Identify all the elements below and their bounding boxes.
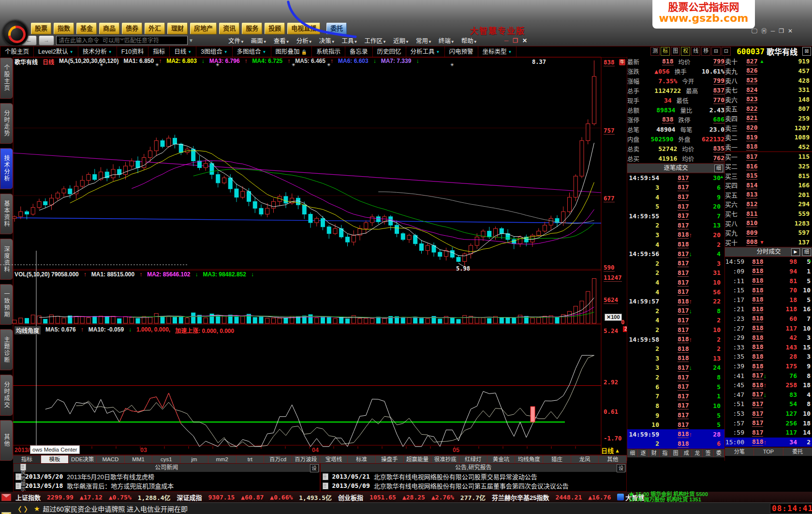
tick-row[interactable]: 281710 — [627, 325, 724, 335]
time-sale-row[interactable]: 14:59818985 — [725, 257, 812, 267]
time-sale-row[interactable]: :17818185 — [725, 295, 812, 304]
indicator-tab-指标[interactable]: 指标 — [13, 455, 41, 464]
mini-tool-⊡[interactable]: ⊡ — [722, 47, 731, 56]
tick-row[interactable]: 3818↑20 — [627, 230, 724, 240]
indicator-tab-DDE决策[interactable]: DDE决策 — [69, 455, 97, 464]
time-sale-row[interactable]: :5981711714 — [725, 428, 812, 438]
time-sale-row[interactable]: :41817↓768 — [725, 371, 812, 380]
restore-icon[interactable]: ❐ — [779, 28, 784, 34]
indicator-tab-cys1[interactable]: cys1 — [152, 455, 180, 464]
time-sale-row[interactable]: 15:00818↑342 — [725, 438, 812, 447]
tick-row[interactable]: 14:59:57818↑22 — [627, 297, 724, 306]
time-sale-row[interactable]: :51817548 — [725, 399, 812, 409]
time-sale-row[interactable]: :3381814315 — [725, 342, 812, 352]
mini-tool-⊟[interactable]: ⊟ — [711, 47, 721, 56]
help-icon[interactable]: Ⓗ — [761, 27, 767, 35]
time-sale-row[interactable]: :11818815 — [725, 276, 812, 286]
tick-row[interactable]: 381813 — [627, 354, 724, 363]
settings-button[interactable]: 设 — [617, 464, 625, 472]
tick-row[interactable]: 481710 — [627, 278, 724, 287]
mini-tool-线[interactable]: 线 — [691, 47, 700, 56]
indicator-tab-猎庄[interactable]: 猎庄 — [543, 455, 571, 464]
tick-row[interactable]: 481756 — [627, 287, 724, 297]
tick-row[interactable]: 14:59:558177 — [627, 211, 724, 221]
tick-row[interactable]: 28186 — [627, 439, 724, 449]
time-sale-row[interactable]: :35818283 — [725, 352, 812, 362]
time-sale-row[interactable]: :47817↓834 — [725, 390, 812, 400]
panel-tab-委[interactable]: 委 — [714, 449, 724, 457]
tick-row[interactable]: 28182 — [627, 344, 724, 354]
panel-tab-成[interactable]: 成 — [681, 449, 692, 457]
time-sale-row[interactable]: :5381712710 — [725, 409, 812, 419]
tick-row[interactable]: 68175 — [627, 382, 724, 392]
indicator-tab-标准[interactable]: 标准 — [348, 455, 376, 464]
settings-button[interactable]: 设 — [310, 464, 319, 472]
time-sale-row[interactable]: :45818↑25818 — [725, 380, 812, 390]
time-sale-row[interactable]: :09818941 — [725, 267, 812, 276]
indicator-tab-模板[interactable]: 模板 — [41, 455, 69, 464]
panel-tab-龙[interactable]: 龙 — [692, 449, 703, 457]
tick-row[interactable]: 28173 — [627, 258, 724, 268]
indicator-tab-很准抄底[interactable]: 很准抄底 — [431, 455, 459, 464]
indicator-tab-jm[interactable]: jm — [180, 455, 208, 464]
tick-row[interactable]: 14:59:5481730 — [627, 173, 724, 183]
indicator-tab-MM1[interactable]: MM1 — [125, 455, 153, 464]
indicator-tab-trt[interactable]: trt — [236, 455, 265, 464]
tick-row[interactable]: 2817↓8 — [627, 306, 724, 316]
tick-row[interactable]: 48179 — [627, 192, 724, 202]
indicator-tab-超赢能量[interactable]: 超赢能量 — [404, 455, 432, 464]
close-icon[interactable]: ✕ — [788, 28, 793, 34]
tick-row[interactable]: 881710 — [627, 401, 724, 411]
mini-tool-测[interactable]: 测 — [650, 47, 660, 56]
tick-row[interactable]: 48172 — [627, 316, 724, 325]
panel-close-icon[interactable]: ⊠ — [802, 47, 811, 56]
tick-row[interactable]: 581720 — [627, 202, 724, 212]
time-sale-row[interactable]: :23818607 — [725, 314, 812, 324]
news-row[interactable]: 2013/05/18歌华飙涨背后：地方或兜底机顶盒成本 — [14, 481, 320, 490]
indicator-tab-均线角度[interactable]: 均线角度 — [515, 455, 543, 464]
mini-tool-图[interactable]: 图 — [671, 47, 680, 56]
news-row[interactable]: 2013/05/09北京歌华有线电视网络股份有限公司第五届董事会第四次会议决议公… — [321, 481, 627, 490]
indicator-tab-其他[interactable]: 其他 — [599, 455, 627, 464]
time-sale-row[interactable]: :29818423 — [725, 333, 812, 343]
indicator-tab-MACD[interactable]: MACD — [97, 455, 125, 464]
mini-tool-权[interactable]: 权 — [681, 47, 690, 56]
mail-icon[interactable] — [1, 512, 11, 514]
indicator-tab-龙凤[interactable]: 龙凤 — [571, 455, 599, 464]
tick-row[interactable]: 14:59:58818↑2 — [627, 334, 724, 344]
message-icon[interactable] — [1, 494, 11, 501]
ticker-next-icon[interactable]: 〉 — [24, 504, 31, 514]
panel-tab-逐[interactable]: 逐 — [638, 449, 649, 457]
tick-row[interactable]: 78171 — [627, 392, 724, 401]
monitor-icon[interactable]: 🖵 — [752, 28, 757, 34]
time-sale-row[interactable]: :2781811710 — [725, 323, 812, 333]
indicator-tab-黄金坑[interactable]: 黄金坑 — [487, 455, 516, 464]
panel-tab-委托[interactable]: 委托 — [783, 448, 812, 456]
tick-row[interactable]: 48182 — [627, 240, 724, 249]
tick-row[interactable]: 281731 — [627, 268, 724, 278]
tick-row[interactable]: 14:59:59818↑28 — [627, 429, 724, 439]
panel-tab-签[interactable]: 签 — [703, 449, 713, 457]
detail-button[interactable]: 细 — [802, 248, 811, 256]
detail-button[interactable]: 细 — [714, 165, 723, 172]
expand-right-icon[interactable]: ▶ — [791, 248, 800, 256]
tick-row[interactable]: 38176 — [627, 183, 724, 193]
indicator-tab-mm2[interactable]: mm2 — [208, 455, 236, 464]
candlestick-chart[interactable] — [0, 0, 627, 514]
time-sale-row[interactable]: :398181759 — [725, 362, 812, 371]
minimize-icon[interactable]: ─ — [771, 28, 775, 34]
time-sale-row[interactable]: :2181811816 — [725, 304, 812, 314]
panel-tab-细[interactable]: 细 — [627, 449, 638, 457]
time-sale-row[interactable]: :158187010 — [725, 286, 812, 295]
panel-tab-分笔[interactable]: 分笔 — [725, 448, 754, 456]
indicator-tab-操盘手[interactable]: 操盘手 — [376, 455, 404, 464]
tick-row[interactable]: 3817↓24 — [627, 363, 724, 373]
news-row[interactable]: 2013/05/21北京歌华有线电视网络股份有限公司股票交易异常波动公告 — [321, 472, 627, 481]
period-badge[interactable]: 日线▲ — [601, 446, 620, 455]
time-sale-row[interactable]: :5781725618 — [725, 418, 812, 428]
tick-row[interactable]: 98175 — [627, 410, 724, 420]
panel-tab-财[interactable]: 财 — [649, 449, 660, 457]
tick-row[interactable]: 108175 — [627, 420, 724, 430]
ticker-prev-icon[interactable]: 〈 — [15, 504, 21, 514]
panel-tab-指[interactable]: 指 — [660, 449, 670, 457]
